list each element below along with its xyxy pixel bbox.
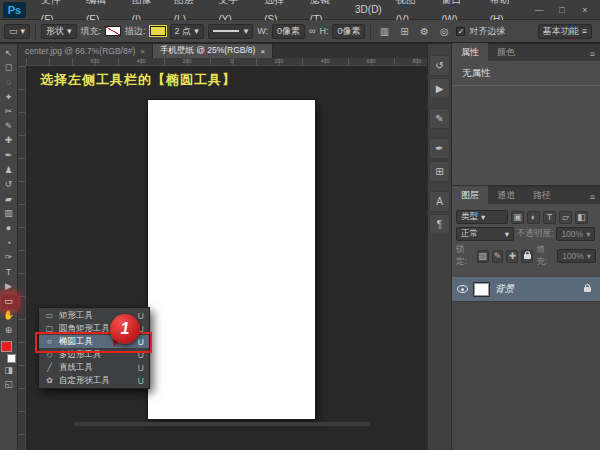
layers-panel-empty-area	[452, 301, 600, 450]
tab-properties[interactable]: 属性	[452, 43, 488, 61]
brush-panel-button[interactable]: ✒	[429, 138, 450, 159]
filter-pixel-layers-icon[interactable]: ▣	[511, 211, 524, 224]
target-icon[interactable]: ◎	[436, 24, 452, 39]
width-input[interactable]: 0像素	[272, 24, 305, 39]
workspace-switcher[interactable]: 基本功能 ≡	[538, 24, 592, 39]
document-tab-title: center.jpg @ 66.7%(RGB/8#)	[25, 46, 135, 56]
path-alignment-icon[interactable]: ⊞	[396, 24, 412, 39]
paragraph-panel-button[interactable]: ¶	[429, 214, 450, 235]
filter-shape-layers-icon[interactable]: ▱	[559, 211, 572, 224]
history-panel-button[interactable]: ↺	[429, 55, 450, 76]
lock-label: 锁定:	[456, 244, 474, 268]
document-canvas[interactable]	[148, 100, 315, 419]
lasso-tool[interactable]: ◌	[1, 75, 17, 90]
filter-kind-select[interactable]: 类型 ▾	[456, 210, 508, 224]
layer-thumbnail[interactable]	[474, 283, 489, 296]
lock-position-icon[interactable]: ✚	[506, 250, 518, 263]
close-tab-icon[interactable]: ×	[260, 47, 265, 56]
filter-adjustment-layers-icon[interactable]: ◐	[527, 211, 540, 224]
blur-tool[interactable]: ●	[1, 221, 17, 236]
character-panel-button[interactable]: A	[429, 191, 450, 212]
filter-smart-objects-icon[interactable]: ◧	[575, 211, 588, 224]
move-tool-icon: ↖	[5, 49, 13, 58]
rectangle-tool[interactable]: ▭	[1, 294, 17, 309]
menu-3d[interactable]: 3D(D)	[348, 0, 389, 20]
clone-source-panel-button[interactable]: ⊞	[429, 161, 450, 182]
tab-paths[interactable]: 路径	[524, 186, 560, 204]
geometry-options-gear-icon[interactable]: ⚙	[416, 24, 432, 39]
minimize-button[interactable]: —	[529, 3, 549, 16]
eyedropper-tool[interactable]: ✎	[1, 119, 17, 134]
height-input[interactable]: 0像素	[332, 24, 365, 39]
rectangle-tool-icon: ▭	[9, 26, 18, 36]
document-tab-center-jpg[interactable]: center.jpg @ 66.7%(RGB/8#) ×	[18, 44, 153, 58]
stroke-swatch[interactable]	[150, 26, 166, 36]
layer-row-background[interactable]: 背景	[452, 277, 600, 301]
marquee-tool[interactable]: ◻	[1, 61, 17, 76]
marquee-tool-icon: ◻	[5, 63, 12, 72]
history-brush-tool[interactable]: ↺	[1, 177, 17, 192]
canvas-area[interactable]: 选择左侧工具栏的【椭圆工具】	[26, 66, 427, 450]
filter-type-layers-icon[interactable]: T	[543, 211, 556, 224]
path-selection-tool[interactable]: ▶	[1, 280, 17, 295]
crop-tool[interactable]: ✂	[1, 104, 17, 119]
close-tab-icon[interactable]: ×	[140, 47, 145, 56]
menu-item-custom-shape-tool[interactable]: ✿ 自定形状工具 U	[39, 374, 149, 387]
zoom-tool[interactable]: ⊕	[1, 323, 17, 338]
stroke-width-select[interactable]: 2 点 ▾	[170, 24, 204, 39]
ruler-corner	[18, 58, 26, 66]
link-dimensions-icon[interactable]: ∞	[309, 26, 315, 36]
blend-mode-select[interactable]: 正常 ▾	[456, 227, 514, 241]
maximize-button[interactable]: □	[552, 3, 572, 16]
menu-item-label: 矩形工具	[59, 310, 93, 322]
tab-layers[interactable]: 图层	[452, 186, 488, 204]
fill-swatch[interactable]	[105, 26, 121, 36]
stroke-type-select[interactable]: ▾	[208, 24, 254, 39]
background-color-swatch[interactable]	[7, 354, 16, 363]
fill-value: 100%	[562, 251, 584, 261]
quick-selection-tool[interactable]: ✦	[1, 90, 17, 105]
filter-kind-label: 类型	[461, 211, 478, 223]
rectangle-tool-icon: ▭	[4, 297, 13, 306]
close-button[interactable]: ×	[575, 3, 595, 16]
lock-transparent-pixels-icon[interactable]: ▨	[477, 250, 489, 263]
quick-selection-tool-icon: ✦	[5, 93, 13, 102]
menu-item-line-tool[interactable]: ╱ 直线工具 U	[39, 361, 149, 374]
layer-visibility-eye-icon[interactable]	[457, 285, 468, 293]
tab-channels[interactable]: 通道	[488, 186, 524, 204]
opacity-input[interactable]: 100% ▾	[556, 227, 595, 241]
actions-panel-button[interactable]: ▶	[429, 78, 450, 99]
tool-preset-picker[interactable]: ▭ ▾	[4, 24, 30, 39]
foreground-color-swatch[interactable]	[1, 341, 12, 352]
tools-panel: ↖ ◻ ◌ ✦ ✂ ✎ ✚ ✒ ♟ ↺ ▰ ▥ ● ◔ ✑ T ▶ ▭ ✋ ⊕ …	[0, 44, 18, 450]
eraser-tool[interactable]: ▰	[1, 192, 17, 207]
hand-tool[interactable]: ✋	[1, 309, 17, 324]
fill-input[interactable]: 100% ▾	[557, 249, 596, 263]
eyedropper-tool-icon: ✎	[5, 122, 13, 131]
dodge-tool[interactable]: ◔	[1, 236, 17, 251]
path-operations-icon[interactable]: ▥	[376, 24, 392, 39]
properties-panel-tabs: 属性 颜色 ≡	[452, 44, 600, 61]
lock-image-pixels-icon[interactable]: ✎	[492, 250, 504, 263]
tab-color[interactable]: 颜色	[488, 43, 524, 61]
fill-label: 填充:	[536, 244, 554, 268]
history-panel-icon: ↺	[435, 60, 443, 71]
pen-tool[interactable]: ✑	[1, 250, 17, 265]
panel-menu-icon[interactable]: ≡	[585, 189, 600, 204]
document-tab-phone-wallpaper[interactable]: 手机壁纸 @ 25%(RGB/8) ×	[153, 44, 273, 58]
lock-all-icon[interactable]	[521, 250, 533, 263]
brush-tool[interactable]: ✒	[1, 148, 17, 163]
notes-panel-button[interactable]: ✎	[429, 108, 450, 129]
screen-mode-toggle[interactable]: ◱	[1, 377, 17, 392]
gradient-tool-icon: ▥	[4, 209, 13, 218]
quick-mask-toggle[interactable]: ◨	[1, 363, 17, 378]
panel-menu-icon[interactable]: ≡	[585, 46, 600, 61]
healing-brush-tool[interactable]: ✚	[1, 134, 17, 149]
type-tool[interactable]: T	[1, 265, 17, 280]
horizontal-scrollbar[interactable]	[74, 422, 370, 426]
move-tool[interactable]: ↖	[1, 46, 17, 61]
align-edges-checkbox[interactable]: ✓	[456, 27, 465, 36]
tool-mode-select[interactable]: 形状 ▾	[41, 24, 77, 39]
clone-stamp-tool[interactable]: ♟	[1, 163, 17, 178]
gradient-tool[interactable]: ▥	[1, 207, 17, 222]
